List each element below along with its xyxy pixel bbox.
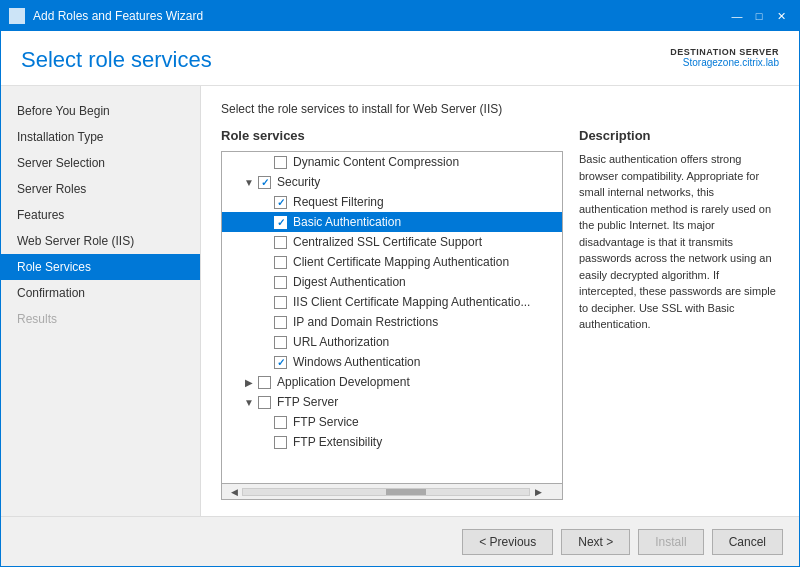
label-security: Security <box>277 175 320 189</box>
label-centralized-ssl: Centralized SSL Certificate Support <box>293 235 482 249</box>
previous-button[interactable]: < Previous <box>462 529 553 555</box>
sidebar-item-before-you-begin[interactable]: Before You Begin <box>1 98 200 124</box>
content-body: Role services Dynamic Content Compressio… <box>221 128 779 500</box>
checkbox-ftp-ext[interactable] <box>274 436 287 449</box>
tree-item-request-filtering[interactable]: Request Filtering <box>222 192 562 212</box>
checkbox-windows-auth[interactable] <box>274 356 287 369</box>
expand-placeholder-ba <box>258 215 272 229</box>
tree-item-windows-auth[interactable]: Windows Authentication <box>222 352 562 372</box>
tree-item-app-dev[interactable]: ▶ Application Development <box>222 372 562 392</box>
label-iis-client-cert: IIS Client Certificate Mapping Authentic… <box>293 295 530 309</box>
expand-placeholder-ip <box>258 315 272 329</box>
tree-item-digest-auth[interactable]: Digest Authentication <box>222 272 562 292</box>
minimize-button[interactable]: — <box>727 6 747 26</box>
tree-item-ftp-ext[interactable]: FTP Extensibility <box>222 432 562 452</box>
tree-item-client-cert-mapping[interactable]: Client Certificate Mapping Authenticatio… <box>222 252 562 272</box>
expand-placeholder-ua <box>258 335 272 349</box>
expand-placeholder-rf <box>258 195 272 209</box>
role-services-title: Role services <box>221 128 563 143</box>
scrollbar-track-h[interactable] <box>242 488 530 496</box>
expand-placeholder-wa <box>258 355 272 369</box>
scroll-left-arrow[interactable]: ◀ <box>226 484 242 500</box>
tree-item-dynamic-content[interactable]: Dynamic Content Compression <box>222 152 562 172</box>
checkbox-ftp-server[interactable] <box>258 396 271 409</box>
sidebar-item-installation-type[interactable]: Installation Type <box>1 124 200 150</box>
sidebar-item-features[interactable]: Features <box>1 202 200 228</box>
label-ftp-server: FTP Server <box>277 395 338 409</box>
main-content: Select role services DESTINATION SERVER … <box>1 31 799 516</box>
label-app-dev: Application Development <box>277 375 410 389</box>
sidebar-item-web-server-role[interactable]: Web Server Role (IIS) <box>1 228 200 254</box>
label-basic-auth: Basic Authentication <box>293 215 401 229</box>
tree-item-basic-auth[interactable]: Basic Authentication <box>222 212 562 232</box>
sidebar-item-role-services[interactable]: Role Services <box>1 254 200 280</box>
header: Select role services DESTINATION SERVER … <box>1 31 799 86</box>
expand-placeholder <box>258 155 272 169</box>
expand-placeholder-ccm <box>258 255 272 269</box>
expand-app-dev[interactable]: ▶ <box>242 375 256 389</box>
label-url-auth: URL Authorization <box>293 335 389 349</box>
checkbox-digest-auth[interactable] <box>274 276 287 289</box>
checkbox-ip-domain[interactable] <box>274 316 287 329</box>
wizard-window: Add Roles and Features Wizard — □ ✕ Sele… <box>0 0 800 567</box>
content-description: Select the role services to install for … <box>221 102 779 116</box>
expand-placeholder-fs <box>258 415 272 429</box>
checkbox-centralized-ssl[interactable] <box>274 236 287 249</box>
cancel-button[interactable]: Cancel <box>712 529 783 555</box>
next-button[interactable]: Next > <box>561 529 630 555</box>
scroll-right-arrow[interactable]: ▶ <box>530 484 546 500</box>
titlebar-controls: — □ ✕ <box>727 6 791 26</box>
checkbox-request-filtering[interactable] <box>274 196 287 209</box>
expand-ftp-server[interactable]: ▼ <box>242 395 256 409</box>
role-services-panel: Role services Dynamic Content Compressio… <box>221 128 563 500</box>
sidebar-item-server-roles[interactable]: Server Roles <box>1 176 200 202</box>
description-text: Basic authentication offers strong brows… <box>579 151 779 333</box>
checkbox-app-dev[interactable] <box>258 376 271 389</box>
label-digest-auth: Digest Authentication <box>293 275 406 289</box>
sidebar: Before You Begin Installation Type Serve… <box>1 86 201 516</box>
checkbox-security[interactable] <box>258 176 271 189</box>
footer: < Previous Next > Install Cancel <box>1 516 799 566</box>
destination-server: DESTINATION SERVER Storagezone.citrix.la… <box>670 47 779 68</box>
tree-item-centralized-ssl[interactable]: Centralized SSL Certificate Support <box>222 232 562 252</box>
checkbox-dynamic-content[interactable] <box>274 156 287 169</box>
scrollbar-thumb-h[interactable] <box>386 489 426 495</box>
content-area: Select the role services to install for … <box>201 86 799 516</box>
label-client-cert-mapping: Client Certificate Mapping Authenticatio… <box>293 255 509 269</box>
label-ftp-ext: FTP Extensibility <box>293 435 382 449</box>
tree-item-ip-domain[interactable]: IP and Domain Restrictions <box>222 312 562 332</box>
titlebar-left: Add Roles and Features Wizard <box>9 8 203 24</box>
label-request-filtering: Request Filtering <box>293 195 384 209</box>
expand-placeholder-da <box>258 275 272 289</box>
expand-placeholder-cs <box>258 235 272 249</box>
sidebar-item-confirmation[interactable]: Confirmation <box>1 280 200 306</box>
tree-item-ftp-service[interactable]: FTP Service <box>222 412 562 432</box>
page-title: Select role services <box>21 47 212 73</box>
label-dynamic-content: Dynamic Content Compression <box>293 155 459 169</box>
checkbox-basic-auth[interactable] <box>274 216 287 229</box>
install-button[interactable]: Install <box>638 529 703 555</box>
titlebar: Add Roles and Features Wizard — □ ✕ <box>1 1 799 31</box>
label-ip-domain: IP and Domain Restrictions <box>293 315 438 329</box>
tree-item-iis-client-cert[interactable]: IIS Client Certificate Mapping Authentic… <box>222 292 562 312</box>
sidebar-item-server-selection[interactable]: Server Selection <box>1 150 200 176</box>
expand-placeholder-icc <box>258 295 272 309</box>
window-title: Add Roles and Features Wizard <box>33 9 203 23</box>
destination-server-label: DESTINATION SERVER <box>670 47 779 57</box>
checkbox-ftp-service[interactable] <box>274 416 287 429</box>
horizontal-scrollbar[interactable]: ◀ ▶ <box>221 484 563 500</box>
tree-item-security[interactable]: ▼ Security <box>222 172 562 192</box>
checkbox-client-cert-mapping[interactable] <box>274 256 287 269</box>
body: Before You Begin Installation Type Serve… <box>1 86 799 516</box>
close-button[interactable]: ✕ <box>771 6 791 26</box>
destination-server-name: Storagezone.citrix.lab <box>670 57 779 68</box>
tree-item-url-auth[interactable]: URL Authorization <box>222 332 562 352</box>
description-title: Description <box>579 128 779 143</box>
checkbox-url-auth[interactable] <box>274 336 287 349</box>
tree-item-ftp-server[interactable]: ▼ FTP Server <box>222 392 562 412</box>
maximize-button[interactable]: □ <box>749 6 769 26</box>
role-services-tree[interactable]: Dynamic Content Compression ▼ Security <box>221 151 563 484</box>
wizard-icon <box>9 8 25 24</box>
checkbox-iis-client-cert[interactable] <box>274 296 287 309</box>
expand-security[interactable]: ▼ <box>242 175 256 189</box>
